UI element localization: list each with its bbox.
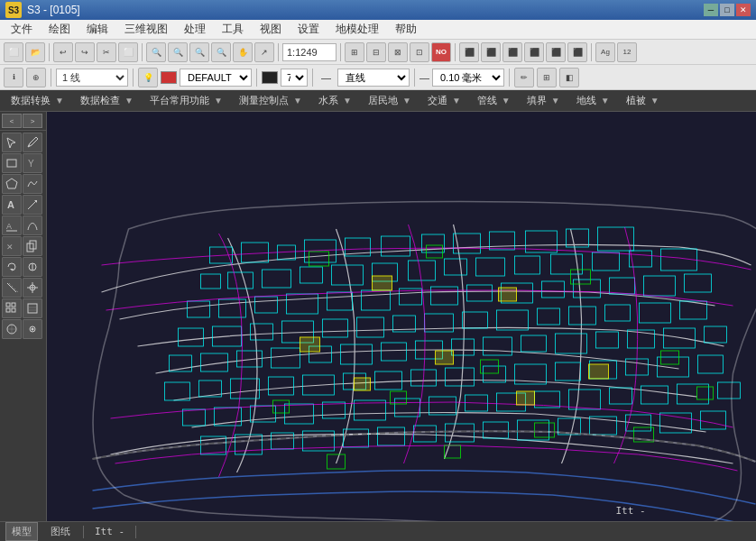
tool-snap-settings[interactable] (2, 319, 22, 339)
menu-process[interactable]: 处理 (177, 20, 213, 39)
lt-tab-right[interactable]: > (23, 114, 42, 128)
tool-arrow[interactable] (23, 195, 42, 215)
status-model[interactable]: 模型 (5, 522, 38, 541)
tool-bezier[interactable] (23, 215, 42, 235)
sep1 (49, 43, 50, 61)
svg-rect-22 (12, 308, 15, 312)
app-logo: S3 (5, 2, 22, 18)
tb-new[interactable]: ⬜ (4, 42, 23, 62)
tool-crosshair[interactable] (23, 278, 42, 298)
color-box-black (262, 71, 278, 84)
tb-select[interactable]: ↗ (254, 42, 274, 62)
tb-prop4[interactable]: ⬛ (524, 42, 544, 62)
func-boundary[interactable]: 填界 ▼ (520, 91, 569, 110)
tb-prop5[interactable]: ⬛ (546, 42, 566, 62)
tool-scale[interactable] (23, 257, 42, 277)
map-canvas[interactable]: 0105 (47, 112, 756, 521)
func-datacheck[interactable]: 数据检查 ▼ (73, 91, 143, 110)
linetype-select[interactable]: 直线 (337, 69, 410, 87)
func-terrain[interactable]: 地线 ▼ (569, 91, 619, 110)
tb-no[interactable]: NO (431, 42, 451, 62)
tb-prop1[interactable]: ⬛ (459, 42, 479, 62)
map-svg: Itt - (47, 112, 756, 521)
minimize-button[interactable]: ─ (704, 4, 718, 16)
close-button[interactable]: ✕ (736, 4, 751, 16)
tb-text[interactable]: Ag (595, 42, 615, 62)
tool-offset[interactable] (2, 278, 22, 298)
tool-freehand[interactable] (23, 174, 42, 194)
menu-tools[interactable]: 工具 (215, 20, 251, 39)
tool-move[interactable]: ✕ (2, 236, 22, 256)
tool-measure[interactable]: A (2, 215, 22, 235)
svg-marker-2 (6, 179, 17, 188)
menu-draw[interactable]: 绘图 (41, 20, 78, 39)
tb-zoomwindow[interactable]: 🔍 (211, 42, 231, 62)
tb-font[interactable]: 12 (617, 42, 637, 62)
tool-settings[interactable] (23, 319, 42, 339)
tb-prop2[interactable]: ⬛ (481, 42, 501, 62)
tb-bulb[interactable]: 💡 (138, 68, 158, 87)
tb-polar[interactable]: ⊡ (410, 42, 429, 62)
svg-rect-167 (589, 364, 609, 379)
tool-text[interactable]: A (2, 195, 22, 215)
tb-zoomall[interactable]: 🔍 (189, 42, 209, 62)
left-toolbar: < > Y (0, 112, 47, 521)
sep-t2-2 (133, 69, 134, 87)
lt-tabs: < > (0, 112, 46, 131)
tb-snap2[interactable]: ⊕ (26, 68, 46, 87)
svg-rect-168 (355, 378, 371, 390)
tool-pointer[interactable] (2, 133, 22, 152)
color-select[interactable]: DEFAULT (180, 69, 252, 87)
func-platform[interactable]: 平台常用功能 ▼ (143, 91, 232, 110)
tool-copy2[interactable] (23, 236, 42, 256)
tb-prop6[interactable]: ⬛ (567, 42, 587, 62)
tb-ortho[interactable]: ⊠ (388, 42, 408, 62)
tool-rotate[interactable] (2, 257, 22, 277)
menu-3dview[interactable]: 三维视图 (117, 20, 175, 39)
tb-cut[interactable]: ✂ (97, 42, 116, 62)
title-bar: S3 S3 - [0105] ─ □ ✕ (0, 0, 756, 20)
tool-rectangle[interactable] (2, 153, 22, 173)
func-survey[interactable]: 测量控制点 ▼ (232, 91, 311, 110)
status-layout[interactable]: 图纸 (45, 523, 76, 540)
menu-view[interactable]: 视图 (253, 20, 289, 39)
menu-help[interactable]: 帮助 (388, 20, 424, 39)
tb-redo[interactable]: ↪ (75, 42, 95, 62)
tb-copy[interactable]: ⬜ (118, 42, 138, 62)
tool-pencil[interactable] (23, 133, 42, 152)
func-water[interactable]: 水系 ▼ (311, 91, 361, 110)
func-datatransfer[interactable]: 数据转换 ▼ (4, 91, 73, 110)
tool-circle[interactable]: Y (23, 153, 42, 173)
func-resident[interactable]: 居民地 ▼ (361, 91, 420, 110)
linenum-select[interactable]: 7 (281, 69, 308, 87)
tool-array[interactable] (2, 298, 22, 318)
func-traffic[interactable]: 交通 ▼ (420, 91, 470, 110)
tool-hatch[interactable] (23, 298, 42, 318)
tb-grid[interactable]: ⊞ (345, 42, 364, 62)
maximize-button[interactable]: □ (720, 4, 734, 16)
svg-rect-163 (373, 276, 392, 290)
tb-more2[interactable]: ◧ (559, 68, 579, 87)
scale-input[interactable] (282, 43, 337, 61)
menu-edit[interactable]: 编辑 (79, 20, 115, 39)
menu-file[interactable]: 文件 (4, 20, 40, 39)
svg-rect-23 (28, 304, 37, 313)
layer-select[interactable]: 1 线 (56, 69, 128, 87)
menu-settings[interactable]: 设置 (290, 20, 327, 39)
tb-pan[interactable]: ✋ (233, 42, 253, 62)
tb-more1[interactable]: ⊞ (537, 68, 557, 87)
tb-info[interactable]: ℹ (4, 68, 23, 87)
menu-terrain[interactable]: 地模处理 (328, 20, 386, 39)
tool-polygon[interactable] (2, 174, 22, 194)
func-pipe[interactable]: 管线 ▼ (470, 91, 520, 110)
tb-zoomout[interactable]: 🔍 (168, 42, 188, 62)
tb-undo[interactable]: ↩ (53, 42, 73, 62)
tb-zoomin[interactable]: 🔍 (146, 42, 166, 62)
func-vegetation[interactable]: 植被 ▼ (619, 91, 668, 110)
tb-prop3[interactable]: ⬛ (502, 42, 522, 62)
lt-tab-left[interactable]: < (2, 114, 22, 128)
tb-snap[interactable]: ⊟ (366, 42, 386, 62)
linewidth-select[interactable]: 0.10 毫米 (432, 69, 504, 87)
tb-pen[interactable]: ✏ (514, 68, 534, 87)
tb-open[interactable]: 📂 (25, 42, 45, 62)
